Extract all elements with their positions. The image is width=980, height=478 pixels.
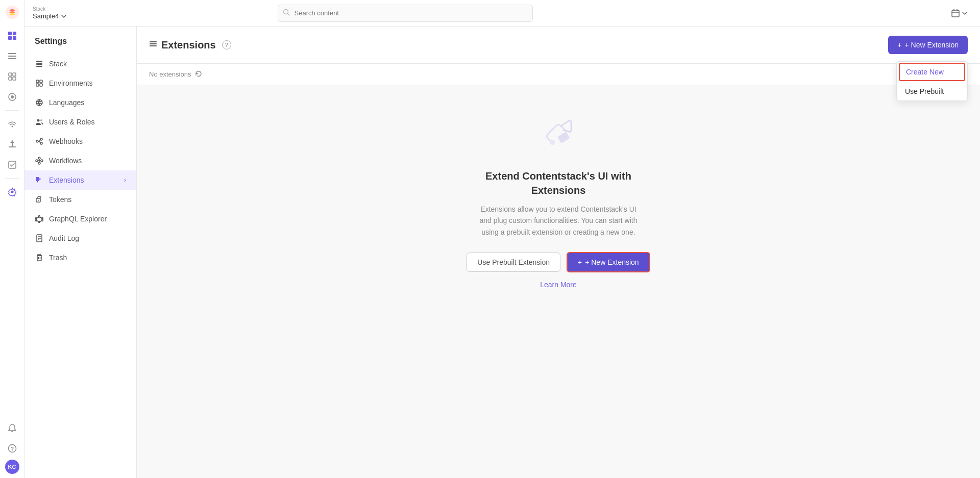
sidebar-item-label: Trash [49, 254, 67, 262]
nav-notifications[interactable] [3, 419, 21, 437]
refresh-icon[interactable] [195, 70, 202, 79]
svg-rect-1 [8, 32, 12, 35]
sidebar-item-webhooks[interactable]: Webhooks [24, 132, 136, 151]
page-title: Extensions [161, 39, 216, 51]
calendar-button[interactable] [947, 7, 972, 19]
svg-rect-9 [13, 73, 16, 76]
svg-point-33 [36, 140, 38, 142]
dropdown-create-new[interactable]: Create New [899, 63, 965, 81]
sidebar-item-stack[interactable]: Stack [24, 54, 136, 73]
no-extensions-text: No extensions [149, 70, 191, 78]
nav-dashboard[interactable] [3, 27, 21, 45]
empty-state-description: Extensions allow you to extend Contentst… [477, 204, 640, 238]
svg-rect-11 [13, 77, 16, 80]
svg-rect-50 [150, 41, 157, 42]
nav-wireless[interactable] [3, 115, 21, 133]
new-extension-center-button[interactable]: + + New Extension [567, 252, 650, 272]
help-icon[interactable]: ? [222, 40, 231, 49]
trash-icon [35, 253, 44, 262]
search-bar [278, 5, 533, 22]
calendar-icon [951, 9, 960, 17]
nav-settings[interactable] [3, 183, 21, 201]
header-right [947, 7, 972, 19]
sidebar-item-environments[interactable]: Environments [24, 73, 136, 93]
svg-point-14 [11, 126, 13, 128]
nav-help[interactable]: ? [3, 439, 21, 458]
dropdown-arrow-icon [962, 10, 968, 16]
sidebar-item-label: Webhooks [49, 137, 83, 145]
svg-rect-52 [150, 45, 157, 46]
chevron-right-icon: › [124, 177, 126, 184]
users-icon [35, 117, 44, 127]
use-prebuilt-extension-button[interactable]: Use Prebuilt Extension [467, 253, 560, 272]
svg-point-38 [41, 160, 43, 162]
page-header: Extensions ? + + New Extension [137, 27, 980, 64]
sidebar-item-label: Users & Roles [49, 118, 94, 126]
svg-point-31 [37, 119, 40, 122]
svg-rect-22 [957, 9, 958, 11]
menu-icon[interactable] [149, 40, 157, 50]
stack-icon [35, 59, 44, 68]
icon-bar: ? KC [0, 0, 24, 478]
svg-point-13 [11, 95, 14, 98]
languages-icon [35, 98, 44, 107]
graphql-icon [35, 214, 44, 223]
new-extension-center-label: + New Extension [585, 258, 639, 266]
svg-rect-7 [8, 58, 16, 59]
sidebar-item-languages[interactable]: Languages [24, 93, 136, 112]
sidebar-item-audit-log[interactable]: Audit Log [24, 229, 136, 248]
stack-selector[interactable]: Stack Sample4 [33, 6, 67, 20]
tokens-icon [35, 195, 44, 204]
sidebar-title: Settings [24, 37, 136, 54]
nav-content-types[interactable] [3, 67, 21, 86]
chevron-down-icon [61, 13, 67, 19]
plus-icon: + [897, 41, 901, 49]
icon-bar-bottom: ? KC [3, 419, 21, 474]
nav-tasks[interactable] [3, 156, 21, 174]
empty-state-title: Extend Contentstack's UI with Extensions [477, 169, 640, 197]
svg-rect-27 [40, 80, 42, 83]
nav-list[interactable] [3, 47, 21, 65]
top-header: Stack Sample4 [24, 0, 980, 27]
sidebar-item-label: Workflows [49, 157, 82, 165]
sub-header: No extensions [137, 64, 980, 85]
new-extension-button[interactable]: + + New Extension [888, 36, 968, 54]
sidebar-item-graphql[interactable]: GraphQL Explorer [24, 209, 136, 229]
sidebar-item-users-roles[interactable]: Users & Roles [24, 112, 136, 132]
svg-rect-25 [36, 66, 42, 67]
sidebar-item-label: Extensions [49, 176, 84, 184]
svg-rect-53 [557, 132, 570, 143]
new-extension-button-label: + New Extension [905, 41, 959, 49]
app-logo[interactable] [4, 4, 20, 20]
sidebar-item-trash[interactable]: Trash [24, 248, 136, 267]
sidebar-item-tokens[interactable]: Tokens [24, 190, 136, 209]
svg-rect-28 [36, 84, 39, 86]
svg-rect-29 [40, 84, 42, 86]
nav-publish[interactable] [3, 135, 21, 154]
new-extension-dropdown: Create New Use Prebuilt [896, 61, 968, 101]
sidebar-item-extensions[interactable]: Extensions › [24, 170, 136, 190]
svg-rect-20 [952, 10, 959, 17]
svg-point-36 [36, 160, 38, 162]
sidebar-item-workflows[interactable]: Workflows [24, 151, 136, 170]
svg-point-37 [38, 157, 40, 159]
svg-rect-5 [8, 53, 16, 54]
svg-point-16 [11, 191, 13, 193]
svg-point-42 [39, 216, 40, 217]
user-avatar[interactable]: KC [5, 460, 19, 474]
plus-icon-center: + [578, 258, 582, 266]
dropdown-use-prebuilt[interactable]: Use Prebuilt [897, 82, 967, 100]
sidebar-item-label: Tokens [49, 195, 71, 204]
nav-media[interactable] [3, 88, 21, 106]
svg-rect-15 [9, 161, 16, 168]
environments-icon [35, 79, 44, 88]
empty-state-actions: Use Prebuilt Extension + + New Extension [467, 252, 650, 272]
workflows-icon [35, 156, 44, 165]
search-input[interactable] [278, 5, 533, 22]
svg-rect-49 [37, 256, 41, 261]
svg-rect-2 [13, 32, 16, 35]
svg-rect-3 [8, 36, 12, 40]
nav-divider-1 [5, 110, 19, 111]
learn-more-link[interactable]: Learn More [540, 281, 577, 289]
svg-rect-51 [150, 43, 157, 44]
